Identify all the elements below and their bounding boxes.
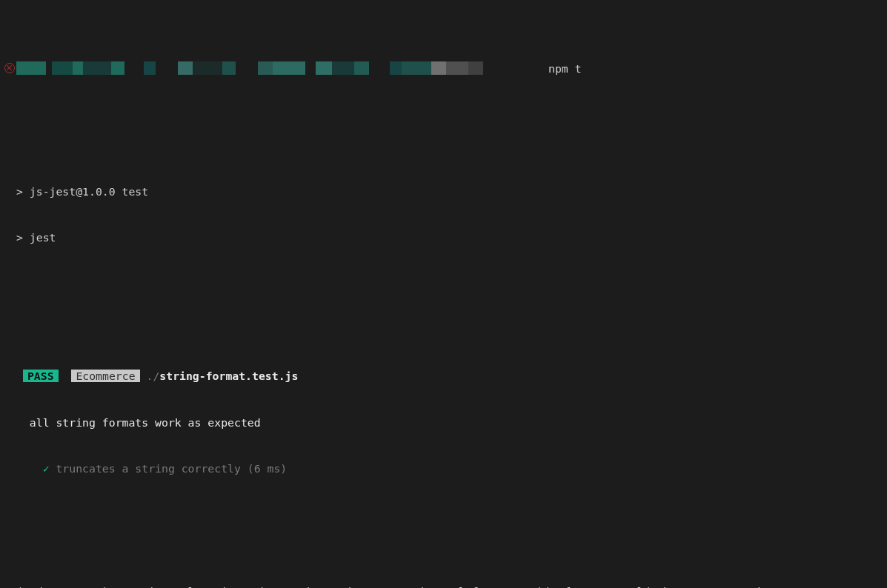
npm-script-line: > js-jest@1.0.0 test [16, 184, 871, 200]
passed-test: ✓ truncates a string correctly (6 ms) [16, 461, 871, 477]
blank-line [16, 123, 871, 138]
window-titlebar: npm t [16, 61, 871, 77]
pass-suite-header: PASS Ecommerce ./string-format.test.js [16, 369, 871, 384]
titlebar-decoration [16, 61, 483, 75]
suite-file: string-format.test.js [159, 370, 298, 382]
describe-block: all string formats work as expected [16, 415, 871, 431]
blank-line [16, 523, 871, 538]
node-warning-1: (node:1884543) ExperimentalWarning: The … [16, 584, 871, 588]
test-name: truncates a string correctly (6 ms) [56, 462, 287, 475]
current-command: npm t [548, 61, 582, 77]
close-icon[interactable] [4, 63, 15, 73]
pass-badge: PASS [23, 370, 59, 382]
jest-invocation: > jest [16, 230, 871, 246]
blank-line [16, 293, 871, 308]
terminal[interactable]: npm t > js-jest@1.0.0 test > jest PASS E… [0, 0, 887, 588]
project-badge: Ecommerce [71, 370, 139, 382]
check-icon: ✓ [16, 462, 56, 475]
